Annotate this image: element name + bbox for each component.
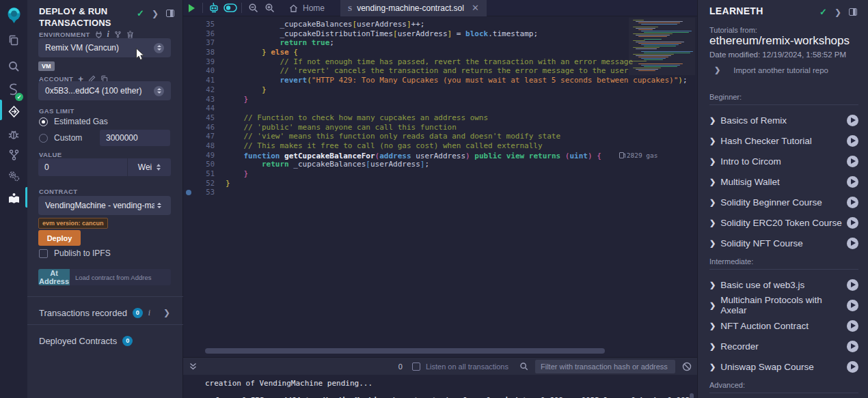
breakpoint-dot[interactable] (186, 190, 191, 195)
line-number[interactable]: 50 (194, 160, 215, 169)
contract-select[interactable]: VendingMachine - vending-machin (38, 196, 171, 215)
play-tutorial-button[interactable] (847, 320, 858, 332)
tutorial-item[interactable]: ❯Hash Checker Tutorial (709, 134, 858, 147)
at-address-input[interactable] (70, 269, 171, 285)
value-unit-select[interactable]: Wei (127, 158, 171, 176)
code-editor[interactable]: 35 _cupcakeBalances[userAddress]++;36 _c… (183, 17, 697, 346)
tutorial-item[interactable]: ❯NFT Auction Contract (709, 319, 858, 332)
line-number[interactable]: 40 (194, 66, 215, 76)
tutorial-item[interactable]: ❯Basic use of web3.js (709, 279, 858, 291)
delete-environment-icon[interactable] (126, 31, 134, 39)
git-icon[interactable] (0, 145, 27, 165)
line-number[interactable]: 39 (194, 57, 215, 67)
editor-minimap[interactable] (629, 18, 695, 75)
debugger-icon[interactable] (0, 124, 27, 145)
publish-ipfs-checkbox[interactable] (39, 249, 48, 258)
account-select[interactable]: 0x5B3...eddC4 (100 ether) (38, 81, 171, 100)
run-script-icon[interactable] (183, 0, 200, 16)
tutorial-item[interactable]: ❯Intro to Circom (709, 155, 858, 167)
learneth-book-icon[interactable] (0, 188, 27, 209)
learneth-pin-icon[interactable] (849, 8, 857, 16)
line-number[interactable]: 46 (194, 123, 215, 132)
play-tutorial-button[interactable] (847, 135, 858, 147)
clear-terminal-icon[interactable] (682, 362, 692, 371)
zoom-in-icon[interactable] (261, 0, 277, 16)
tutorial-item[interactable]: ❯Solidity ERC20 Token Course (709, 216, 858, 229)
line-number[interactable]: 47 (194, 132, 215, 141)
estimated-gas-option[interactable]: Estimated Gas (39, 117, 108, 126)
tutorial-item-label: Intro to Circom (720, 156, 781, 167)
close-tab-icon[interactable]: ✕ (472, 3, 479, 13)
tab-vending-machine-contract[interactable]: S vending-machine-contract.sol ✕ (340, 0, 487, 16)
line-number[interactable]: 43 (194, 95, 215, 104)
line-number[interactable]: 53 (194, 188, 215, 197)
line-number[interactable]: 49 (194, 151, 215, 160)
panel-pin-icon[interactable] (166, 10, 174, 17)
ai-copilot-toggle[interactable] (222, 0, 239, 16)
tutorial-item[interactable]: ❯Uniswap Swap Course (709, 360, 858, 373)
play-tutorial-button[interactable] (847, 238, 858, 249)
line-number[interactable]: 51 (194, 169, 215, 179)
line-number[interactable]: 37 (194, 38, 215, 48)
deploy-run-icon[interactable] (0, 101, 27, 122)
custom-gas-input[interactable] (100, 130, 170, 146)
transactions-info-icon[interactable]: i (148, 308, 150, 318)
solidity-compiler-icon[interactable]: ✓ (0, 79, 27, 100)
at-address-button[interactable]: At Address (38, 269, 70, 285)
tutorial-item[interactable]: ❯Multisig Wallet (709, 175, 858, 188)
line-number[interactable]: 48 (194, 141, 215, 151)
play-tutorial-button[interactable] (847, 115, 858, 126)
line-number[interactable]: 41 (194, 76, 215, 85)
line-number[interactable]: 52 (194, 179, 215, 188)
deploy-button[interactable]: Deploy (38, 230, 81, 246)
settings-icon[interactable] (0, 165, 27, 186)
panel-expand-icon[interactable]: ❯ (152, 10, 159, 18)
deployed-contracts-section[interactable]: Deployed Contracts 0 (39, 331, 173, 350)
play-tutorial-button[interactable] (847, 156, 858, 167)
horizontal-scrollbar[interactable] (183, 347, 697, 356)
publish-to-ipfs-option[interactable]: Publish to IPFS (39, 248, 111, 258)
terminal-toolbar: 0 Listen on all transactions (183, 357, 697, 375)
transactions-recorded-section[interactable]: Transactions recorded 0 i ❯ (39, 303, 173, 322)
play-tutorial-button[interactable] (847, 217, 858, 229)
terminal-scrollbar-thumb[interactable] (690, 393, 694, 398)
file-explorer-icon[interactable] (0, 30, 27, 51)
zoom-out-icon[interactable] (245, 0, 261, 16)
custom-gas-radio[interactable] (39, 134, 48, 143)
value-input[interactable] (38, 158, 127, 176)
line-number[interactable]: 38 (194, 48, 215, 57)
estimated-gas-radio[interactable] (39, 117, 48, 126)
fork-environment-icon[interactable] (114, 31, 122, 38)
line-number[interactable]: 44 (194, 104, 215, 113)
plug-icon[interactable] (95, 31, 103, 38)
remix-logo-icon[interactable] (0, 4, 27, 25)
tab-home[interactable]: Home (282, 0, 332, 16)
tutorial-item[interactable]: ❯Multichain Protocols with Axelar (709, 299, 858, 311)
tutorial-item[interactable]: ❯Solidity Beginner Course (709, 196, 858, 208)
line-number[interactable]: 36 (194, 29, 215, 39)
tutorial-item[interactable]: ❯Solidity NFT Course (709, 237, 858, 249)
tutorial-item[interactable]: ❯Recorder (709, 340, 858, 352)
collapse-terminal-icon[interactable] (189, 362, 198, 371)
play-tutorial-button[interactable] (847, 300, 858, 311)
terminal-output[interactable]: creation of VendingMachine pending... fr… (183, 375, 697, 398)
environment-select[interactable]: Remix VM (Cancun) (38, 38, 171, 57)
play-tutorial-button[interactable] (847, 361, 858, 373)
learneth-expand-icon[interactable]: ❯ (835, 8, 841, 16)
line-number[interactable]: 35 (194, 20, 215, 29)
import-tutorial-repo[interactable]: ❯ Import another tutorial repo (714, 66, 828, 74)
play-tutorial-button[interactable] (847, 197, 858, 208)
play-tutorial-button[interactable] (847, 341, 858, 352)
ai-assistant-robot-icon[interactable] (206, 0, 222, 16)
terminal-filter-input[interactable] (535, 360, 675, 373)
play-tutorial-button[interactable] (847, 279, 858, 291)
line-number[interactable]: 45 (194, 113, 215, 123)
listen-all-transactions-checkbox[interactable] (412, 363, 420, 371)
scrollbar-thumb[interactable] (205, 348, 605, 354)
tutorial-item[interactable]: ❯Basics of Remix (709, 114, 858, 126)
line-number[interactable]: 42 (194, 85, 215, 95)
search-icon[interactable] (0, 56, 27, 76)
custom-gas-option[interactable]: Custom (39, 133, 82, 143)
play-tutorial-button[interactable] (847, 176, 858, 188)
transactions-expand-icon[interactable]: ❯ (163, 308, 170, 317)
